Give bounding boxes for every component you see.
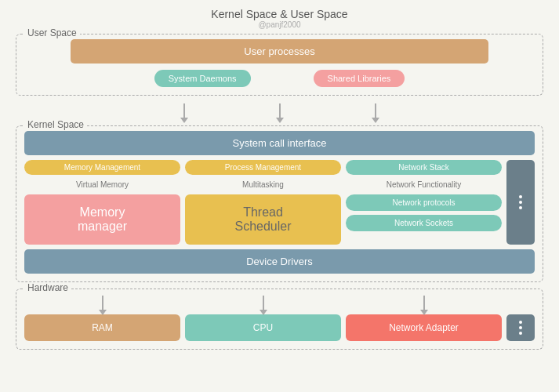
network-stack-chip: Network Stack	[346, 160, 502, 175]
dot-3	[519, 206, 522, 209]
kernel-space-content: System call interface Memory Management …	[24, 131, 535, 274]
hw-arrow-3	[423, 296, 425, 310]
network-sockets-chip: Network Sockets	[346, 215, 502, 231]
syscall-bar: System call interface	[24, 131, 535, 155]
hw-dot-1	[519, 321, 522, 324]
arrow-3	[375, 103, 376, 118]
memory-manager-box: Memory manager	[24, 194, 180, 245]
network-adapter-box: Network Adapter	[346, 314, 502, 341]
shared-libraries-chip: Shared Libraries	[314, 70, 405, 87]
cpu-box: CPU	[185, 314, 341, 341]
memory-management-chip: Memory Management	[24, 160, 180, 175]
kernel-hardware-arrows	[24, 294, 535, 314]
title-text: Kernel Space & User Space	[211, 8, 347, 20]
user-kernel-arrows	[16, 102, 543, 119]
hw-dot-3	[519, 332, 522, 335]
kernel-columns: Memory Management Virtual Memory Memory …	[24, 160, 535, 245]
thread-scheduler-box: Thread Scheduler	[185, 194, 341, 245]
kernel-space-box: Kernel Space System call interface Memor…	[16, 125, 543, 282]
hw-dot-2	[519, 326, 522, 329]
arrow-1	[183, 103, 185, 118]
dot-1	[519, 195, 522, 198]
multitasking-label: Multitasking	[185, 179, 341, 191]
hw-dot-menu	[519, 321, 522, 335]
kernel-side-panel	[506, 160, 535, 245]
hw-arrow-2	[263, 296, 264, 310]
network-functionality-label: Network Functionality	[346, 179, 502, 191]
memory-col: Memory Management Virtual Memory Memory …	[24, 160, 180, 245]
network-protocols-chip: Network protocols	[346, 194, 502, 211]
process-management-chip: Process Management	[185, 160, 341, 175]
virtual-memory-label: Virtual Memory	[24, 179, 180, 191]
network-chips-col: Network protocols Network Sockets	[346, 194, 502, 231]
device-drivers-bar: Device Drivers	[24, 249, 535, 274]
ram-box: RAM	[24, 314, 180, 341]
arrow-2	[279, 103, 281, 118]
page-title: Kernel Space & User Space @panjf2000	[211, 8, 347, 29]
user-processes-bar: User processes	[71, 39, 489, 64]
hardware-space-box: Hardware RAM CPU Network Adapter	[16, 289, 543, 350]
hw-arrow-1	[102, 296, 103, 310]
dot-2	[519, 201, 522, 204]
subtitle-text: @panjf2000	[211, 20, 347, 29]
user-space-label: User Space	[24, 27, 80, 38]
kernel-space-label: Kernel Space	[24, 119, 87, 130]
user-row: System Daemons Shared Libraries	[154, 70, 405, 87]
hw-side-panel	[506, 314, 535, 341]
hardware-content: RAM CPU Network Adapter	[24, 314, 535, 341]
hardware-label: Hardware	[24, 282, 71, 293]
network-col: Network Stack Network Functionality Netw…	[346, 160, 502, 245]
process-col: Process Management Multitasking Thread S…	[185, 160, 341, 245]
main-container: User Space User processes System Daemons…	[16, 34, 543, 350]
user-space-box: User Space User processes System Daemons…	[16, 34, 543, 96]
dot-menu	[519, 195, 522, 209]
system-daemons-chip: System Daemons	[154, 70, 251, 87]
user-space-content: User processes System Daemons Shared Lib…	[24, 39, 535, 87]
